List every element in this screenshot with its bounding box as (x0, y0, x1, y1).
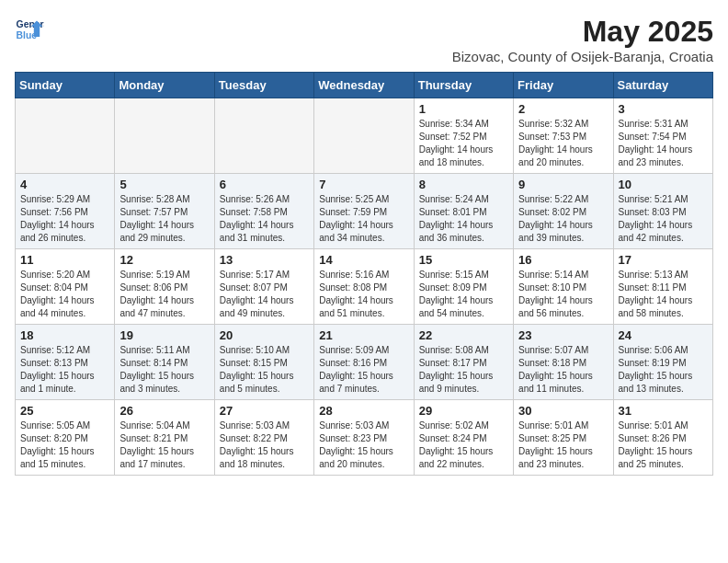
day-number: 5 (119, 178, 209, 191)
weekday-header-monday: Monday (115, 73, 214, 98)
day-info: Sunrise: 5:04 AMSunset: 8:21 PMDaylight:… (119, 419, 209, 471)
day-info: Sunrise: 5:19 AMSunset: 8:06 PMDaylight:… (119, 269, 209, 320)
calendar-day-cell: 9Sunrise: 5:22 AMSunset: 8:02 PMDaylight… (514, 174, 613, 249)
day-number: 25 (20, 404, 109, 418)
day-info: Sunrise: 5:17 AMSunset: 8:07 PMDaylight:… (220, 269, 309, 320)
day-number: 13 (220, 253, 309, 267)
day-number: 15 (419, 253, 508, 267)
day-number: 14 (319, 253, 408, 267)
day-info: Sunrise: 5:01 AMSunset: 8:26 PMDaylight:… (619, 419, 708, 471)
day-info: Sunrise: 5:10 AMSunset: 8:15 PMDaylight:… (220, 344, 309, 396)
calendar-day-cell: 30Sunrise: 5:01 AMSunset: 8:25 PMDayligh… (514, 400, 613, 476)
calendar-week-row: 1Sunrise: 5:34 AMSunset: 7:52 PMDaylight… (16, 98, 713, 174)
calendar-day-cell (314, 98, 414, 174)
calendar-day-cell (16, 98, 115, 174)
calendar-day-cell: 27Sunrise: 5:03 AMSunset: 8:22 PMDayligh… (214, 400, 313, 476)
calendar-week-row: 11Sunrise: 5:20 AMSunset: 8:04 PMDayligh… (16, 249, 713, 325)
logo: General Blue (15, 15, 44, 44)
day-info: Sunrise: 5:25 AMSunset: 7:59 PMDaylight:… (319, 193, 408, 245)
calendar-day-cell: 25Sunrise: 5:05 AMSunset: 8:20 PMDayligh… (16, 400, 115, 476)
day-number: 28 (319, 404, 408, 418)
calendar-week-row: 25Sunrise: 5:05 AMSunset: 8:20 PMDayligh… (16, 400, 713, 476)
day-number: 9 (518, 178, 608, 191)
day-number: 6 (220, 178, 309, 191)
day-info: Sunrise: 5:21 AMSunset: 8:03 PMDaylight:… (619, 193, 708, 245)
weekday-header-row: SundayMondayTuesdayWednesdayThursdayFrid… (16, 73, 713, 98)
calendar-day-cell: 4Sunrise: 5:29 AMSunset: 7:56 PMDaylight… (16, 174, 115, 249)
day-info: Sunrise: 5:08 AMSunset: 8:17 PMDaylight:… (419, 344, 508, 396)
weekday-header-saturday: Saturday (613, 73, 712, 98)
title-area: May 2025 Bizovac, County of Osijek-Baran… (452, 15, 713, 64)
calendar-table: SundayMondayTuesdayWednesdayThursdayFrid… (15, 72, 713, 476)
calendar-day-cell: 2Sunrise: 5:32 AMSunset: 7:53 PMDaylight… (514, 98, 613, 174)
day-info: Sunrise: 5:31 AMSunset: 7:54 PMDaylight:… (619, 118, 708, 169)
calendar-day-cell: 19Sunrise: 5:11 AMSunset: 8:14 PMDayligh… (115, 325, 214, 400)
calendar-day-cell: 20Sunrise: 5:10 AMSunset: 8:15 PMDayligh… (214, 325, 313, 400)
day-info: Sunrise: 5:07 AMSunset: 8:18 PMDaylight:… (518, 344, 608, 396)
day-info: Sunrise: 5:26 AMSunset: 7:58 PMDaylight:… (220, 193, 309, 245)
day-number: 23 (518, 328, 608, 342)
day-info: Sunrise: 5:34 AMSunset: 7:52 PMDaylight:… (419, 118, 508, 169)
day-number: 8 (419, 178, 508, 191)
calendar-day-cell: 31Sunrise: 5:01 AMSunset: 8:26 PMDayligh… (613, 400, 712, 476)
day-number: 29 (419, 404, 508, 418)
weekday-header-thursday: Thursday (414, 73, 513, 98)
day-info: Sunrise: 5:28 AMSunset: 7:57 PMDaylight:… (119, 193, 209, 245)
day-number: 12 (119, 253, 209, 267)
calendar-week-row: 4Sunrise: 5:29 AMSunset: 7:56 PMDaylight… (16, 174, 713, 249)
calendar-day-cell: 6Sunrise: 5:26 AMSunset: 7:58 PMDaylight… (214, 174, 313, 249)
day-info: Sunrise: 5:09 AMSunset: 8:16 PMDaylight:… (319, 344, 408, 396)
day-info: Sunrise: 5:29 AMSunset: 7:56 PMDaylight:… (20, 193, 109, 245)
day-info: Sunrise: 5:32 AMSunset: 7:53 PMDaylight:… (518, 118, 608, 169)
weekday-header-friday: Friday (514, 73, 613, 98)
calendar-day-cell: 18Sunrise: 5:12 AMSunset: 8:13 PMDayligh… (16, 325, 115, 400)
logo-icon: General Blue (15, 15, 44, 44)
day-number: 1 (419, 102, 508, 116)
calendar-day-cell: 8Sunrise: 5:24 AMSunset: 8:01 PMDaylight… (414, 174, 513, 249)
day-number: 24 (619, 328, 708, 342)
calendar-day-cell: 22Sunrise: 5:08 AMSunset: 8:17 PMDayligh… (414, 325, 513, 400)
day-number: 20 (220, 328, 309, 342)
day-number: 27 (220, 404, 309, 418)
day-number: 19 (119, 328, 209, 342)
day-number: 2 (518, 102, 608, 116)
calendar-day-cell: 21Sunrise: 5:09 AMSunset: 8:16 PMDayligh… (314, 325, 414, 400)
header: General Blue May 2025 Bizovac, County of… (15, 15, 713, 64)
day-number: 26 (119, 404, 209, 418)
day-info: Sunrise: 5:15 AMSunset: 8:09 PMDaylight:… (419, 269, 508, 320)
weekday-header-wednesday: Wednesday (314, 73, 414, 98)
month-year-title: May 2025 (452, 15, 713, 49)
day-info: Sunrise: 5:01 AMSunset: 8:25 PMDaylight:… (518, 419, 608, 471)
day-number: 11 (20, 253, 109, 267)
calendar-day-cell: 17Sunrise: 5:13 AMSunset: 8:11 PMDayligh… (613, 249, 712, 325)
day-info: Sunrise: 5:06 AMSunset: 8:19 PMDaylight:… (619, 344, 708, 396)
day-number: 16 (518, 253, 608, 267)
day-number: 30 (518, 404, 608, 418)
day-info: Sunrise: 5:24 AMSunset: 8:01 PMDaylight:… (419, 193, 508, 245)
day-info: Sunrise: 5:11 AMSunset: 8:14 PMDaylight:… (119, 344, 209, 396)
day-number: 7 (319, 178, 408, 191)
day-number: 22 (419, 328, 508, 342)
calendar-day-cell: 16Sunrise: 5:14 AMSunset: 8:10 PMDayligh… (514, 249, 613, 325)
calendar-day-cell: 5Sunrise: 5:28 AMSunset: 7:57 PMDaylight… (115, 174, 214, 249)
calendar-day-cell: 12Sunrise: 5:19 AMSunset: 8:06 PMDayligh… (115, 249, 214, 325)
day-info: Sunrise: 5:05 AMSunset: 8:20 PMDaylight:… (20, 419, 109, 471)
weekday-header-tuesday: Tuesday (214, 73, 313, 98)
calendar-day-cell: 10Sunrise: 5:21 AMSunset: 8:03 PMDayligh… (613, 174, 712, 249)
day-info: Sunrise: 5:03 AMSunset: 8:22 PMDaylight:… (220, 419, 309, 471)
calendar-day-cell: 7Sunrise: 5:25 AMSunset: 7:59 PMDaylight… (314, 174, 414, 249)
day-number: 4 (20, 178, 109, 191)
location-subtitle: Bizovac, County of Osijek-Baranja, Croat… (452, 49, 713, 64)
calendar-day-cell (214, 98, 313, 174)
weekday-header-sunday: Sunday (16, 73, 115, 98)
day-info: Sunrise: 5:12 AMSunset: 8:13 PMDaylight:… (20, 344, 109, 396)
day-number: 21 (319, 328, 408, 342)
day-number: 10 (619, 178, 708, 191)
day-info: Sunrise: 5:14 AMSunset: 8:10 PMDaylight:… (518, 269, 608, 320)
calendar-day-cell: 15Sunrise: 5:15 AMSunset: 8:09 PMDayligh… (414, 249, 513, 325)
calendar-day-cell: 29Sunrise: 5:02 AMSunset: 8:24 PMDayligh… (414, 400, 513, 476)
calendar-day-cell: 11Sunrise: 5:20 AMSunset: 8:04 PMDayligh… (16, 249, 115, 325)
day-info: Sunrise: 5:20 AMSunset: 8:04 PMDaylight:… (20, 269, 109, 320)
day-info: Sunrise: 5:02 AMSunset: 8:24 PMDaylight:… (419, 419, 508, 471)
calendar-day-cell: 14Sunrise: 5:16 AMSunset: 8:08 PMDayligh… (314, 249, 414, 325)
